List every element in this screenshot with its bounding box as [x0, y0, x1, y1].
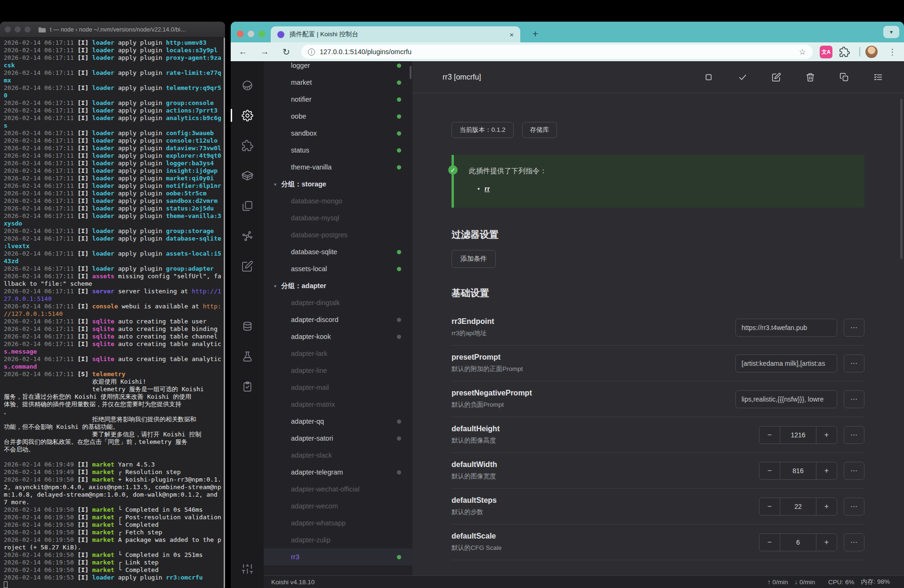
bookmark-star-icon[interactable]: ☆ [799, 47, 806, 57]
disabled-status-dot [397, 436, 401, 441]
profile-avatar[interactable] [865, 46, 878, 58]
terminal-close-button[interactable] [5, 26, 11, 32]
more-options-button[interactable]: ⋯ [844, 462, 864, 480]
terminal-minimize-button[interactable] [15, 26, 21, 32]
sidebar-item-adapter-kook[interactable]: adapter-kook [264, 328, 412, 345]
check-icon[interactable] [738, 72, 747, 82]
more-options-button[interactable]: ⋯ [844, 390, 864, 408]
increment-button[interactable]: + [816, 498, 837, 515]
increment-button[interactable]: + [816, 427, 837, 443]
increment-button[interactable]: + [816, 462, 837, 479]
rail-experiments-icon[interactable] [231, 347, 264, 366]
tab-search-chevron-button[interactable]: ▾ [883, 26, 899, 38]
decrement-button[interactable]: − [759, 534, 780, 551]
decrement-button[interactable]: − [759, 498, 780, 515]
sidebar-item-theme-vanilla[interactable]: theme-vanilla [264, 159, 412, 176]
site-info-icon[interactable]: i [308, 48, 315, 56]
sidebar-scrollbar[interactable] [410, 66, 412, 79]
address-bar[interactable]: i 127.0.0.1:5140/plugins/omcrfu ☆ [301, 45, 813, 59]
reload-button[interactable]: ↻ [278, 42, 295, 61]
commands-alert: ✓ 此插件提供了下列指令： • rr [452, 155, 864, 208]
terminal-titlebar[interactable]: t — node ‹ node ~/.nvm/versions/node/v22… [0, 22, 225, 38]
rail-sandbox-icon[interactable] [231, 257, 264, 275]
new-tab-button[interactable]: + [528, 27, 542, 41]
terminal-zoom-button[interactable] [24, 26, 31, 32]
rail-koishi-logo-icon[interactable] [231, 76, 264, 95]
sidebar-item-rr3[interactable]: rr3 [264, 548, 412, 565]
sidebar-item-adapter-satori[interactable]: adapter-satori [264, 430, 412, 447]
rail-theme-settings-icon[interactable] [231, 559, 264, 578]
sidebar-item-adapter-zulip[interactable]: adapter-zulip [264, 532, 412, 548]
stop-square-icon[interactable] [704, 72, 713, 82]
sidebar-item-status[interactable]: status [264, 142, 412, 159]
browser-menu-icon[interactable]: ⋮ [885, 42, 899, 61]
rr3Endpoint-input[interactable]: https://rr3.t4wefan.pub [735, 319, 837, 337]
add-condition-button[interactable]: 添加条件 [452, 250, 496, 268]
sidebar-group-header[interactable]: ▾分组：storage [264, 176, 412, 193]
sidebar-item-adapter-line[interactable]: adapter-line [264, 362, 412, 379]
sidebar-item-adapter-qq[interactable]: adapter-qq [264, 413, 412, 430]
rail-plugins-icon[interactable] [231, 136, 264, 155]
more-options-button[interactable]: ⋯ [844, 498, 864, 516]
sidebar-item-adapter-whatsapp[interactable]: adapter-whatsapp [264, 515, 412, 532]
sidebar-item-adapter-lark[interactable]: adapter-lark [264, 345, 412, 362]
rail-pages-icon[interactable] [231, 196, 264, 215]
rail-dependencies-icon[interactable] [231, 226, 264, 245]
sidebar-item-adapter-slack[interactable]: adapter-slack [264, 447, 412, 464]
sidebar-item-database-postgres[interactable]: database-postgres [264, 226, 412, 243]
sidebar-item-adapter-mail[interactable]: adapter-mail [264, 379, 412, 396]
more-options-button[interactable]: ⋯ [844, 426, 864, 444]
sidebar-item-adapter-wechat-official[interactable]: adapter-wechat-official [264, 481, 412, 498]
increment-button[interactable]: + [816, 534, 837, 551]
sidebar-item-notifier[interactable]: notifier [264, 91, 412, 108]
browser-close-button[interactable] [237, 31, 243, 37]
sidebar-item-adapter-wecom[interactable]: adapter-wecom [264, 498, 412, 515]
translate-extension-icon[interactable]: 文A [820, 46, 832, 58]
presetPrompt-input[interactable]: [artist:kedama milk],[artist:as [735, 354, 837, 372]
sidebar-item-database-mysql[interactable]: database-mysql [264, 209, 412, 226]
sidebar-item-assets-local[interactable]: assets-local [264, 260, 412, 277]
forward-button[interactable]: → [256, 42, 273, 61]
back-button[interactable]: ← [234, 42, 251, 61]
edit-icon[interactable] [772, 72, 781, 82]
rail-commands-icon[interactable] [231, 287, 264, 306]
sidebar-item-oobe[interactable]: oobe [264, 108, 412, 125]
rail-logs-icon[interactable] [231, 377, 264, 396]
more-options-button[interactable]: ⋯ [844, 533, 864, 551]
defaultWidth-value[interactable]: 816 [780, 462, 816, 479]
repository-badge[interactable]: 存储库 [522, 122, 557, 138]
command-link[interactable]: rr [484, 185, 490, 193]
sidebar-item-logger[interactable]: logger [264, 61, 412, 74]
browser-minimize-button[interactable] [248, 31, 254, 37]
defaultHeight-value[interactable]: 1216 [780, 427, 816, 443]
content-scrollbar[interactable] [900, 99, 903, 259]
rail-settings-icon[interactable] [231, 106, 264, 125]
sidebar-item-market[interactable]: market [264, 74, 412, 91]
decrement-button[interactable]: − [759, 427, 780, 443]
sidebar-item-database-mongo[interactable]: database-mongo [264, 193, 412, 209]
sidebar-item-adapter-dingtalk[interactable]: adapter-dingtalk [264, 294, 412, 311]
terminal-scrollbar[interactable] [224, 38, 225, 588]
defaultSteps-value[interactable]: 22 [780, 498, 816, 515]
clone-icon[interactable] [839, 72, 849, 82]
sidebar-item-adapter-telegram[interactable]: adapter-telegram [264, 464, 412, 481]
browser-zoom-button[interactable] [258, 31, 265, 37]
toggle-list-icon[interactable] [873, 72, 883, 82]
sidebar-group-header[interactable]: ▾分组：adapter [264, 277, 412, 294]
tab-close-icon[interactable]: × [509, 31, 514, 39]
defaultScale-value[interactable]: 6 [780, 534, 816, 551]
presetNegativePrompt-input[interactable]: lips,realistic,{{{nsfw}}}, lowre [735, 390, 837, 408]
sidebar-item-sandbox[interactable]: sandbox [264, 125, 412, 142]
browser-active-tab[interactable]: 插件配置 | Koishi 控制台 × [271, 26, 520, 42]
delete-icon[interactable] [806, 72, 815, 82]
more-options-button[interactable]: ⋯ [844, 354, 864, 372]
more-options-button[interactable]: ⋯ [844, 319, 864, 337]
sidebar-item-adapter-discord[interactable]: adapter-discord [264, 311, 412, 328]
decrement-button[interactable]: − [759, 462, 780, 479]
extensions-puzzle-icon[interactable] [839, 47, 850, 57]
rail-database-icon[interactable] [231, 317, 264, 336]
sidebar-item-database-sqlite[interactable]: database-sqlite [264, 243, 412, 260]
rail-market-icon[interactable] [231, 166, 264, 185]
plugin-title: rr3 [omcrfu] [443, 61, 481, 93]
sidebar-item-adapter-matrix[interactable]: adapter-matrix [264, 396, 412, 413]
